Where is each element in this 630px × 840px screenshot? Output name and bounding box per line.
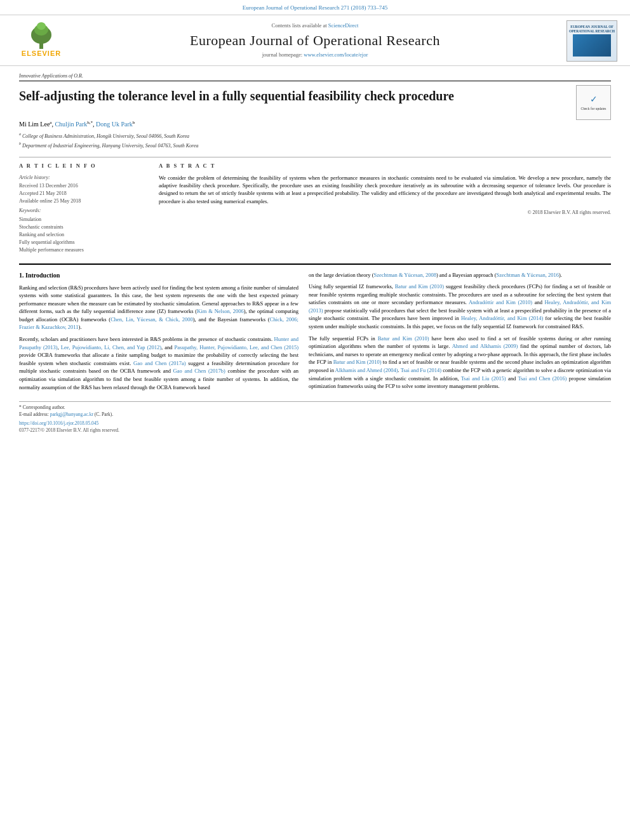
intro-para2: Recently, scholars and practitioners hav…: [19, 335, 298, 391]
article-title: Self-adjusting the tolerance level in a …: [19, 88, 481, 104]
check-updates-badge: ✓ Check for updates: [576, 85, 611, 120]
journal-header-center: Contents lists available at ScienceDirec…: [70, 22, 560, 60]
ref-batur-kim-2010b[interactable]: Batur and Kim (2010): [378, 335, 429, 342]
right-para2: Using fully sequential IZ frameworks, Ba…: [309, 283, 611, 330]
author3-sup: b: [133, 120, 135, 125]
contents-available-line: Contents lists available at ScienceDirec…: [70, 22, 560, 30]
ref-gao-chen-2017b[interactable]: Gao and Chen (2017b): [173, 368, 225, 374]
author1-name: Mi Lim Lee: [19, 121, 50, 128]
article-history-label: Article history:: [19, 174, 146, 181]
author3-link[interactable]: Dong Uk Park: [96, 121, 133, 128]
citation-text: European Journal of Operational Research…: [243, 4, 388, 11]
copyright-line: © 2018 Elsevier B.V. All rights reserved…: [159, 209, 611, 216]
authors-line: Mi Lim Leea, Chuljin Parkb,*, Dong Uk Pa…: [19, 120, 611, 129]
ref-szechtman-2008[interactable]: Szechtman & Yücesan, 2008: [374, 272, 436, 278]
article-info-header: A R T I C L E I N F O: [19, 163, 146, 170]
journal-logo-box: EUROPEAN JOURNAL OF OPERATIONAL RESEARCH: [566, 20, 617, 62]
article-body: Innovative Applications of O.R. Self-adj…: [0, 72, 630, 434]
ref-pasupathy-hunter[interactable]: Pasupathy, Hunter, Pujowidianto, Lee, an…: [175, 344, 298, 350]
ref-chen-lin[interactable]: Chen, Lin, Yücesan, & Chick, 2000: [111, 316, 193, 323]
journal-logo-text: EUROPEAN JOURNAL OF OPERATIONAL RESEARCH: [567, 25, 617, 33]
author2-name: Chuljin Park: [55, 121, 87, 128]
affiliation-b: b Department of Industrial Engineering, …: [19, 141, 611, 149]
corresponding-author-note: * Corresponding author.: [19, 404, 611, 411]
footnote-section: * Corresponding author. E-mail address: …: [19, 401, 611, 434]
section-label: Innovative Applications of O.R.: [19, 72, 611, 81]
keyword-5: Multiple performance measures: [19, 246, 146, 253]
keyword-2: Stochastic constraints: [19, 223, 146, 230]
sciencedirect-link[interactable]: ScienceDirect: [328, 22, 359, 29]
homepage-url[interactable]: www.elsevier.com/locate/ejor: [304, 51, 368, 58]
check-updates-icon: ✓: [590, 93, 598, 106]
accepted-date: Accepted 21 May 2018: [19, 190, 146, 197]
ref-tsai-chen[interactable]: Tsai and Chen (2016): [518, 375, 566, 382]
intro-para1: Ranking and selection (R&S) procedures h…: [19, 284, 298, 331]
intro-heading-text: 1. Introduction: [19, 272, 60, 279]
ref-healey-andradottir-2014[interactable]: Healey, Andradóttir, and Kim (2014): [461, 315, 543, 321]
rights-line: 0377-2217/© 2018 Elsevier B.V. All right…: [19, 427, 611, 434]
journal-homepage-line: journal homepage: www.elsevier.com/locat…: [70, 51, 560, 59]
ref-batur-kim-phase1[interactable]: Batur and Kim (2010): [333, 359, 382, 365]
author1-sup: a: [50, 120, 51, 125]
keywords-label: Keywords:: [19, 207, 146, 214]
right-para1: on the large deviation theory (Szechtman…: [309, 271, 611, 279]
main-content-section: 1. Introduction Ranking and selection (R…: [19, 263, 611, 396]
received-date: Received 13 December 2016: [19, 182, 146, 189]
abstract-column: A B S T R A C T We consider the problem …: [159, 163, 611, 255]
email-link[interactable]: parkgj@hanyang.ac.kr: [50, 411, 93, 417]
doi-line: https://doi.org/10.1016/j.ejor.2018.05.0…: [19, 420, 611, 427]
right-para3: The fully sequential FCPs in Batur and K…: [309, 335, 611, 390]
ref-tsai-fu[interactable]: Tsai and Fu (2014): [401, 367, 441, 373]
ref-ahmed-alkhamis[interactable]: Ahmed and Alkhamis (2009): [452, 343, 518, 349]
ref-gao-chen-2017a[interactable]: Gao and Chen (2017a): [133, 360, 185, 366]
ref-andradottir-kim[interactable]: Andradóttir and Kim (2010): [469, 299, 532, 305]
article-info-abstract-section: A R T I C L E I N F O Article history: R…: [19, 157, 611, 255]
keyword-3: Ranking and selection: [19, 231, 146, 238]
journal-title: European Journal of Operational Research: [70, 31, 560, 51]
journal-logo-image: [573, 34, 611, 57]
top-citation-bar: European Journal of Operational Research…: [0, 0, 630, 15]
author2-sup: b,*: [87, 120, 93, 125]
title-row: Self-adjusting the tolerance level in a …: [19, 85, 611, 120]
intro-heading: 1. Introduction: [19, 271, 298, 280]
keyword-4: Fully sequential algorithms: [19, 239, 146, 246]
doi-link[interactable]: https://doi.org/10.1016/j.ejor.2018.05.0…: [19, 420, 98, 426]
email-line: E-mail address: parkgj@hanyang.ac.kr (C.…: [19, 411, 611, 418]
elsevier-text: ELSEVIER: [22, 49, 61, 58]
left-column: 1. Introduction Ranking and selection (R…: [19, 271, 298, 396]
svg-point-3: [37, 22, 46, 30]
abstract-header: A B S T R A C T: [159, 163, 611, 170]
ref-healey-andradottir-2013[interactable]: Healey, Andradóttir, and Kim (2013): [309, 299, 611, 314]
ref-szechtman-2016[interactable]: Szechtman & Yücesan, 2016: [497, 272, 559, 278]
elsevier-logo-container: ELSEVIER: [13, 22, 70, 58]
journal-header: ELSEVIER Contents lists available at Sci…: [0, 15, 630, 66]
article-info-column: A R T I C L E I N F O Article history: R…: [19, 163, 146, 255]
ref-batur-kim-2010[interactable]: Batur and Kim (2010): [395, 283, 444, 290]
check-updates-label: Check for updates: [580, 107, 606, 112]
author2-link[interactable]: Chuljin Park: [55, 121, 87, 128]
right-column: on the large deviation theory (Szechtman…: [309, 271, 611, 396]
abstract-text: We consider the problem of determining t…: [159, 174, 611, 205]
elsevier-tree-icon: [25, 22, 57, 49]
keyword-1: Simulation: [19, 216, 146, 223]
author3-name: Dong Uk Park: [96, 121, 133, 128]
ref-tsai-liu[interactable]: Tsai and Liu (2015): [461, 375, 506, 382]
ref-alkhamis-ahmed[interactable]: Alkhamis and Ahmed (2004): [335, 367, 398, 373]
affiliation-a: a College of Business Administration, Ho…: [19, 131, 611, 140]
available-date: Available online 25 May 2018: [19, 197, 146, 204]
journal-logo-right: EUROPEAN JOURNAL OF OPERATIONAL RESEARCH: [560, 20, 617, 62]
ref-kim-nelson[interactable]: Kim & Nelson, 2006: [197, 308, 244, 314]
ref-lee-pujowidianto[interactable]: Lee, Pujowidianto, Li, Chen, and Yap (20…: [61, 344, 161, 350]
